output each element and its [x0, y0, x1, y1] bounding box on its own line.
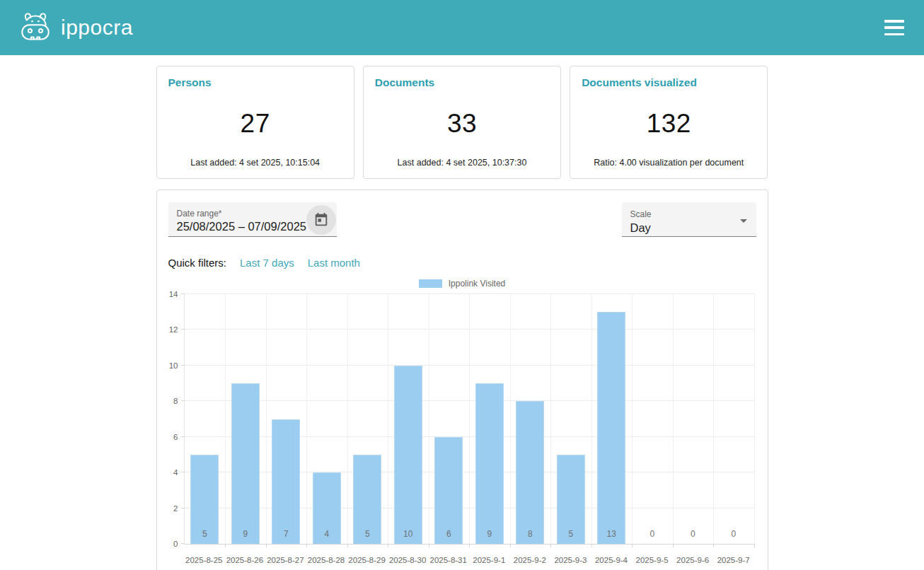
x-tick-label: 2025-8-31 — [429, 556, 466, 564]
chart-x-axis: 2025-8-252025-8-262025-8-272025-8-282025… — [184, 549, 754, 566]
x-tick-mark — [347, 544, 348, 547]
x-tick-label: 2025-8-27 — [267, 556, 304, 564]
x-tick-mark — [632, 544, 633, 547]
chart-legend[interactable]: Ippolink Visited — [168, 279, 756, 289]
card-documents-visualized: Documents visualized 132 Ratio: 4.00 vis… — [570, 66, 768, 179]
x-tick-label: 2025-9-5 — [636, 556, 669, 564]
chevron-down-icon — [740, 219, 747, 223]
card-footer: Last added: 4 set 2025, 10:37:30 — [375, 158, 549, 168]
bar-2025-8-31[interactable] — [434, 437, 463, 544]
y-tick-label: 12 — [169, 326, 178, 334]
legend-label: Ippolink Visited — [449, 279, 506, 289]
x-tick-label: 2025-9-7 — [717, 556, 750, 564]
quick-filter-last-month[interactable]: Last month — [308, 257, 360, 269]
card-value: 27 — [168, 89, 342, 158]
menu-bar — [884, 26, 904, 29]
x-tick-label: 2025-9-2 — [514, 556, 546, 564]
x-tick-label: 2025-9-4 — [595, 556, 628, 564]
gridline-v — [388, 294, 388, 544]
gridline-v — [591, 294, 592, 544]
bar-2025-9-2[interactable] — [516, 401, 544, 544]
y-tick-mark — [181, 365, 185, 366]
bar-value-label: 4 — [324, 529, 329, 539]
gridline-v — [429, 294, 429, 544]
date-range-texts: Date range* 25/08/2025 – 07/09/2025 — [177, 209, 307, 234]
gridline-v — [510, 294, 511, 544]
quick-filters-label: Quick filters: — [168, 257, 227, 269]
quick-filters: Quick filters: Last 7 days Last month — [168, 257, 756, 269]
scale-label: Scale — [630, 209, 652, 219]
bar-value-label: 8 — [528, 529, 533, 539]
gridline-v — [713, 294, 714, 544]
card-title: Documents — [375, 76, 549, 89]
gridline-v — [347, 294, 348, 544]
bar-value-label: 13 — [607, 529, 616, 539]
hamburger-menu-icon[interactable] — [884, 19, 906, 36]
y-tick-label: 14 — [169, 291, 178, 298]
bar-value-label: 5 — [202, 529, 207, 539]
hippo-logo-icon — [18, 11, 52, 45]
bar-value-label: 0 — [649, 529, 654, 539]
card-footer: Last added: 4 set 2025, 10:15:04 — [168, 158, 342, 168]
y-tick-label: 10 — [169, 361, 178, 369]
y-tick-label: 4 — [173, 469, 178, 477]
quick-filter-last-7-days[interactable]: Last 7 days — [240, 257, 294, 269]
brand-name: ippocra — [61, 16, 133, 40]
x-tick-mark — [388, 544, 388, 547]
date-range-field[interactable]: Date range* 25/08/2025 – 07/09/2025 — [168, 202, 337, 237]
scale-select[interactable]: Scale Day — [622, 202, 756, 237]
bar-value-label: 5 — [365, 529, 370, 539]
y-tick-label: 2 — [173, 504, 178, 512]
gridline-v — [550, 294, 551, 544]
x-tick-label: 2025-8-29 — [348, 556, 385, 564]
filters-row: Date range* 25/08/2025 – 07/09/2025 Scal… — [168, 202, 756, 237]
x-tick-label: 2025-8-26 — [226, 556, 263, 564]
y-tick-mark — [181, 472, 185, 472]
card-value: 132 — [582, 89, 756, 158]
brand: ippocra — [18, 11, 133, 45]
bar-2025-8-27[interactable] — [272, 419, 300, 545]
legend-swatch — [419, 279, 442, 288]
card-footer: Ratio: 4.00 visualization per document — [582, 158, 756, 168]
gridline-v — [266, 294, 267, 544]
date-range-label: Date range* — [177, 209, 307, 219]
gridline-v — [225, 294, 226, 544]
bar-2025-8-26[interactable] — [231, 383, 260, 544]
x-tick-label: 2025-8-25 — [185, 556, 222, 564]
card-documents: Documents 33 Last added: 4 set 2025, 10:… — [363, 66, 561, 179]
bar-2025-9-4[interactable] — [597, 312, 625, 544]
y-tick-mark — [181, 400, 185, 401]
gridline-v — [632, 294, 633, 544]
card-value: 33 — [375, 89, 549, 158]
bar-2025-8-30[interactable] — [394, 366, 422, 544]
x-tick-label: 2025-9-3 — [554, 556, 587, 564]
bar-value-label: 10 — [403, 529, 412, 539]
x-tick-mark — [225, 544, 226, 547]
y-tick-mark — [181, 543, 185, 544]
x-tick-mark — [673, 544, 674, 547]
x-tick-label: 2025-8-30 — [389, 556, 426, 564]
datepicker-toggle-button[interactable] — [306, 205, 336, 235]
x-tick-mark — [429, 544, 429, 547]
bar-value-label: 5 — [568, 529, 573, 539]
chart-plot-area: 024681012145974510698513000 — [184, 294, 754, 545]
y-tick-label: 0 — [173, 540, 178, 548]
x-tick-mark — [713, 544, 714, 547]
bar-value-label: 9 — [487, 529, 492, 539]
x-tick-mark — [306, 544, 307, 547]
calendar-icon — [313, 212, 329, 228]
bar-value-label: 9 — [243, 529, 248, 539]
gridline-v — [754, 294, 755, 544]
bar-2025-9-1[interactable] — [475, 383, 504, 544]
x-tick-mark — [550, 544, 551, 547]
x-tick-label: 2025-8-28 — [308, 556, 345, 564]
y-tick-mark — [181, 329, 185, 330]
card-persons: Persons 27 Last added: 4 set 2025, 10:15… — [156, 66, 354, 179]
bar-value-label: 6 — [446, 529, 451, 539]
y-tick-mark — [181, 508, 185, 508]
date-range-value: 25/08/2025 – 07/09/2025 — [177, 219, 307, 234]
y-tick-label: 6 — [173, 433, 178, 441]
gridline-v — [469, 294, 470, 544]
bar-value-label: 0 — [731, 529, 736, 539]
gridline-v — [306, 294, 307, 544]
